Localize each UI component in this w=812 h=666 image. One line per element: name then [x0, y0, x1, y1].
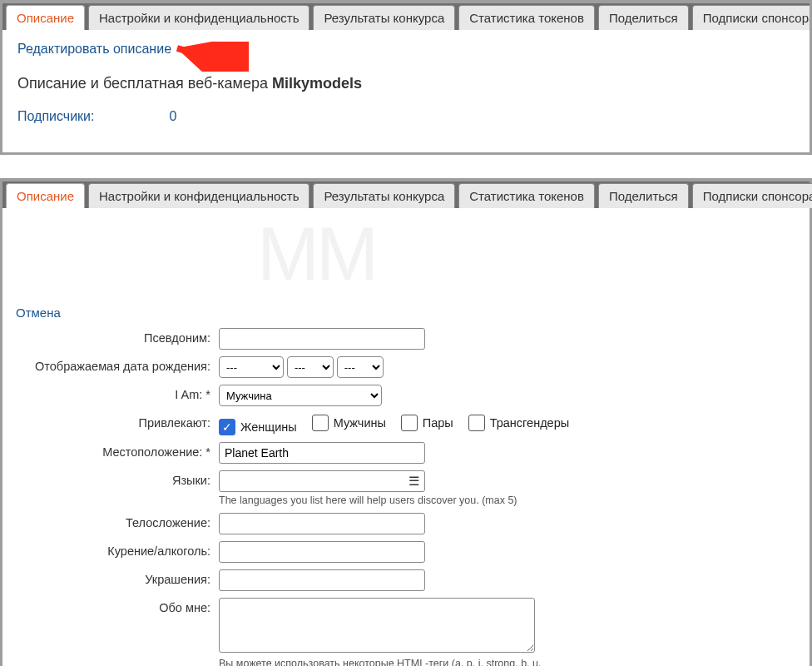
label-alias: Псевдоним: — [16, 328, 219, 345]
decor-input[interactable] — [219, 569, 425, 591]
edit-description-link[interactable]: Редактировать описание — [17, 42, 171, 56]
about-hint: Вы можете использовать некоторые HTML-те… — [219, 658, 543, 666]
checkbox-women-label: Женщины — [240, 420, 297, 434]
tab-settings[interactable]: Настройки и конфиденциальность — [88, 5, 309, 31]
svg-line-0 — [177, 48, 240, 67]
tab-tokens[interactable]: Статистика токенов — [458, 5, 595, 31]
tab-description-2[interactable]: Описание — [6, 183, 85, 209]
panel-profile-view: Описание Настройки и конфиденциальность … — [0, 0, 812, 155]
birth-month-select[interactable]: --- — [287, 356, 334, 378]
label-decor: Украшения: — [16, 569, 219, 586]
checkbox-trans-label: Трансгендеры — [490, 416, 569, 430]
tab-tokens-2[interactable]: Статистика токенов — [458, 183, 595, 209]
tab-share-2[interactable]: Поделиться — [598, 183, 689, 209]
cancel-link[interactable]: Отмена — [16, 306, 61, 320]
label-location: Местоположение: * — [16, 442, 219, 459]
tab-sponsor[interactable]: Подписки спонсора — [692, 5, 812, 31]
tab-contest-2[interactable]: Результаты конкурса — [313, 183, 455, 209]
tab-sponsor-2[interactable]: Подписки спонсора — [692, 183, 812, 209]
label-about: Обо мне: — [16, 598, 219, 614]
checkbox-couples[interactable] — [401, 415, 418, 431]
label-body: Телосложение: — [16, 513, 219, 529]
label-smoke: Курение/алкоголь: — [16, 541, 219, 558]
subscribers-row: Подписчики: 0 — [17, 109, 795, 124]
body-input[interactable] — [219, 513, 425, 534]
label-attracted: Привлекают: — [16, 413, 219, 430]
label-birth: Отображаемая дата рождения: — [16, 356, 219, 373]
checkbox-trans[interactable] — [468, 415, 485, 431]
checkbox-couples-label: Пары — [423, 416, 453, 430]
label-iam: I Am: * — [16, 385, 219, 401]
languages-input[interactable]: ☰ — [219, 470, 425, 492]
panel-body-view: Редактировать описание Описание и беспла… — [2, 30, 810, 139]
list-icon: ☰ — [408, 474, 419, 489]
tab-share[interactable]: Поделиться — [598, 5, 689, 31]
birth-day-select[interactable]: --- — [219, 356, 284, 378]
page-title-prefix: Описание и бесплатная веб-камера — [17, 75, 272, 92]
tabstrip-top: Описание Настройки и конфиденциальность … — [2, 3, 810, 30]
smoke-input[interactable] — [219, 541, 425, 563]
page-title-name: Milkymodels — [272, 75, 362, 92]
tabstrip-bottom: Описание Настройки и конфиденциальность … — [2, 181, 810, 208]
subscribers-label: Подписчики: — [17, 109, 94, 124]
subscribers-count: 0 — [169, 109, 176, 124]
checkbox-women[interactable] — [219, 419, 235, 435]
page-title: Описание и бесплатная веб-камера Milkymo… — [17, 75, 795, 92]
checkbox-men-label: Мужчины — [334, 416, 386, 430]
alias-input[interactable] — [219, 328, 425, 350]
iam-select[interactable]: Мужчина — [219, 385, 382, 406]
tab-contest[interactable]: Результаты конкурса — [313, 5, 455, 31]
watermark: MM — [257, 211, 812, 297]
panel-profile-edit: Описание Настройки и конфиденциальность … — [0, 178, 812, 666]
arrow-annotation-top — [166, 42, 249, 72]
about-textarea[interactable] — [219, 598, 535, 653]
location-input[interactable] — [219, 442, 425, 464]
tab-settings-2[interactable]: Настройки и конфиденциальность — [88, 183, 309, 209]
languages-hint: The languages you list here will help us… — [219, 495, 796, 506]
birth-year-select[interactable]: --- — [337, 356, 384, 378]
form-body: MM Отмена Псевдоним: Отображаемая дата р… — [2, 208, 810, 666]
checkbox-men[interactable] — [312, 415, 329, 431]
label-languages: Языки: — [16, 470, 219, 487]
tab-description[interactable]: Описание — [6, 5, 85, 31]
